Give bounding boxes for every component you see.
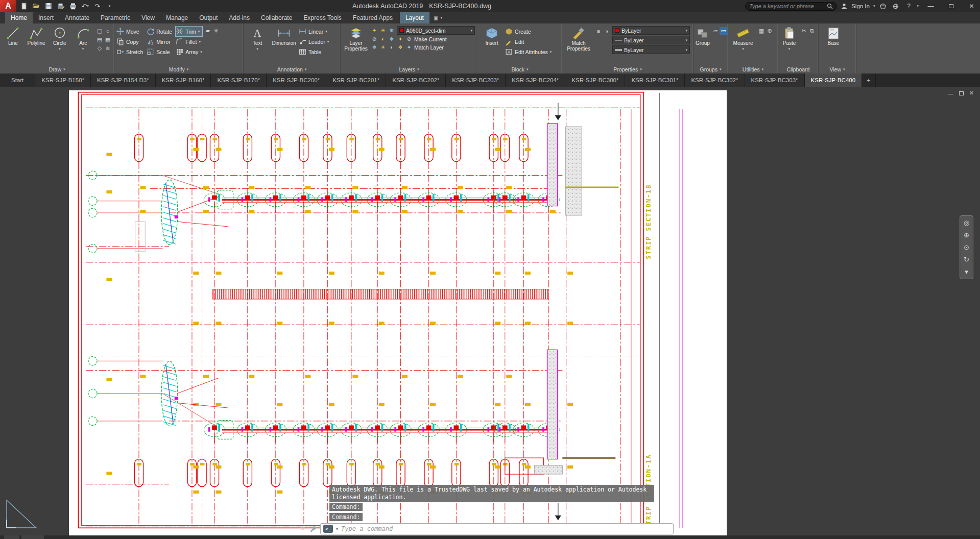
ribbon-tab-view[interactable]: View [136,12,160,23]
file-tab[interactable]: KSR-SJP-BC203* [446,74,506,87]
leader-button[interactable]: Leader▾ [299,37,329,46]
layer-merge-icon[interactable]: ❄ [371,44,378,51]
redo-button[interactable]: ↷ [92,1,103,11]
file-tab-active[interactable]: KSR-SJP-BC400 [805,74,863,87]
layer-properties-button[interactable]: Layer Properties [343,25,369,65]
doc-close-button[interactable]: ✕ [969,90,974,96]
rotate-button[interactable]: Rotate [147,27,172,36]
drawing-canvas[interactable]: — ✕ STRIP SECTION-1BSTRIP SECTION-1A ◎ ⊕… [0,87,980,539]
layout-tab-stub[interactable] [4,535,19,539]
erase-icon[interactable]: ▰ [204,27,212,35]
new-button[interactable] [18,1,29,11]
transparency-icon[interactable]: ◑ [603,27,611,35]
array-button[interactable]: Array▾ [176,47,202,57]
base-button[interactable]: Base [821,25,846,65]
drawing-sheet[interactable]: STRIP SECTION-1BSTRIP SECTION-1A [69,90,727,535]
ribbon-tab-parametric[interactable]: Parametric [95,12,136,23]
help-icon[interactable]: ? [904,2,913,11]
mirror-button[interactable]: Mirror [147,37,172,46]
customize-wrench-icon[interactable] [309,525,317,533]
ribbon-tab-express-tools[interactable]: Express Tools [298,12,347,23]
pan-icon[interactable]: ⊕ [964,231,969,239]
file-tab-start[interactable]: Start [0,74,35,87]
file-tab[interactable]: KSR-SJP-BC302* [685,74,745,87]
command-input[interactable]: >_ ▾ Type a command [320,523,674,534]
open-button[interactable] [31,1,41,11]
hatch-icon[interactable]: ▤ [95,36,104,43]
panel-label-draw[interactable]: Draw▾ [0,65,114,74]
layer-thaw-icon[interactable]: ❖ [388,36,395,43]
layer-on-icon[interactable]: ☀ [379,27,387,34]
undo-button[interactable]: ↶▾ [80,1,90,11]
save-as-button[interactable] [55,1,66,11]
connect-icon[interactable] [891,2,900,11]
file-tab[interactable]: KSR-SJP-BC200* [267,74,326,87]
layout-tabs-strip[interactable] [0,535,980,539]
layer-off-icon[interactable]: ◐ [379,36,387,43]
edit-block-button[interactable]: Edit [505,37,552,46]
help-caret-icon[interactable]: ▾ [917,4,919,8]
panel-label-groups[interactable]: Groups▾ [694,65,728,74]
file-tab[interactable]: KSR-SJP-BC204* [506,74,565,87]
qat-menu-button[interactable]: ▾ [104,1,115,11]
linear-button[interactable]: Linear▾ [299,27,329,36]
stretch-button[interactable]: Stretch [116,47,143,57]
sign-in-caret-icon[interactable]: ▾ [873,4,875,8]
autocad-logo[interactable]: A [0,0,16,12]
layer-vpfreeze-icon[interactable]: ⊘ [405,36,413,43]
copy-clip-icon[interactable]: ⧉ [808,27,816,35]
object-color-dropdown[interactable]: ByLayer▾ [612,26,690,35]
zoom-icon[interactable]: ⊙ [964,243,969,251]
group-button[interactable]: Group [696,25,710,65]
layer-delete-icon[interactable]: ☀ [379,44,387,51]
ungroup-icon[interactable]: ▱ [711,27,720,35]
linetype-dropdown[interactable]: ByLayer▾ [612,36,690,44]
region-icon[interactable]: ◇ [95,44,104,52]
ribbon-tab-manage[interactable]: Manage [160,12,194,23]
steering-wheel-icon[interactable]: ◎ [964,219,969,227]
panel-label-block[interactable]: Block▾ [478,65,562,74]
polyline-button[interactable]: Polyline [26,25,47,65]
panel-label-properties[interactable]: Properties▾ [562,65,693,74]
explode-icon[interactable]: ✳ [212,27,220,35]
match-properties-button[interactable]: Match Properties [564,25,593,65]
app-store-icon[interactable] [878,2,888,11]
layer-prev-icon[interactable]: ❖ [397,44,404,51]
trim-button[interactable]: Trim▾ [176,27,202,36]
panel-label-annotation[interactable]: Annotation▾ [244,65,340,74]
fillet-button[interactable]: Fillet▾ [176,37,202,46]
search-input[interactable]: Type a keyword or phrase [745,2,837,11]
panel-label-layers[interactable]: Layers▾ [341,65,477,74]
make-current-button[interactable]: Make Current [414,36,447,42]
ribbon-state-caret-icon[interactable]: ▾ [440,16,442,20]
text-button[interactable]: A Text▾ [246,25,269,65]
new-tab-button[interactable]: + [862,74,876,87]
ribbon-tab-insert[interactable]: Insert [33,12,59,23]
sign-in-button[interactable]: Sign In [851,3,870,9]
command-close-icon[interactable]: ✕ [300,525,305,532]
search-icon[interactable] [827,3,833,9]
scale-button[interactable]: Scale [147,47,172,57]
copy-button[interactable]: Copy [116,37,143,46]
paste-button[interactable]: Paste▾ [780,25,798,65]
navbar-more-icon[interactable]: ▾ [965,268,968,276]
create-block-button[interactable]: Create [505,27,552,36]
id-point-icon[interactable]: ⊕ [766,27,774,35]
match-layer-button[interactable]: Match Layer [414,44,444,51]
maximize-button[interactable] [943,0,960,12]
ribbon-tab-addins[interactable]: Add-ins [223,12,255,23]
layer-isolate-icon[interactable]: ✦ [371,27,378,34]
layer-freeze-icon[interactable]: ❄ [388,27,395,34]
ribbon-state-icon[interactable]: ▣ [434,15,438,21]
line-button[interactable]: Line [2,25,24,65]
save-button[interactable] [43,1,54,11]
layer-dropdown[interactable]: A060D_sect-dim ▾ [397,26,475,35]
circle-button[interactable]: Circle▾ [49,25,71,65]
table-button[interactable]: Table [299,47,329,57]
file-tab[interactable]: KSR-SJP-BC303* [745,74,805,87]
layout-tab-stub[interactable] [21,535,44,539]
minimize-button[interactable]: — [922,0,939,12]
ribbon-tab-output[interactable]: Output [194,12,223,23]
close-button[interactable]: ✕ [963,0,980,12]
ribbon-tab-featured-apps[interactable]: Featured Apps [347,12,398,23]
